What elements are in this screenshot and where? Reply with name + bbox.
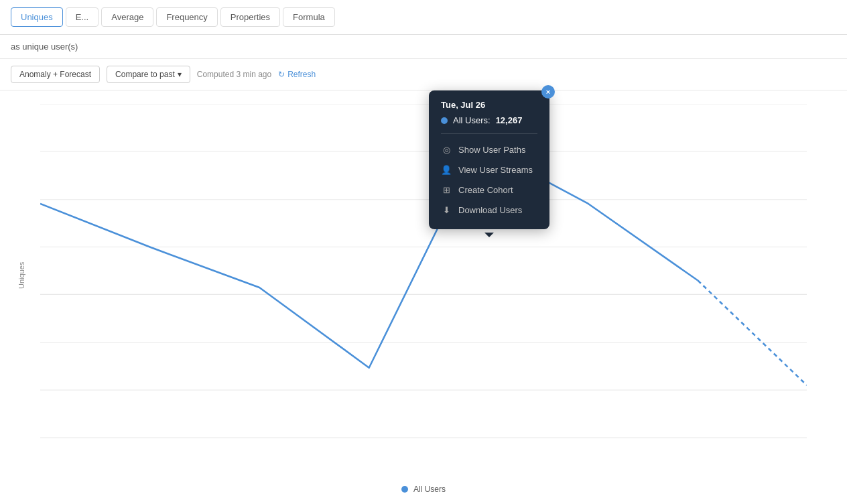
tab-frequency[interactable]: Frequency [156,7,217,27]
tooltip-menu-item-download-users[interactable]: ⬇Download Users [441,200,537,220]
subtitle-text: as unique user(s) [11,42,78,52]
tooltip-popup: × Tue, Jul 26 All Users: 12,267 ◎Show Us… [429,90,549,229]
download-users-icon: ⬇ [441,204,452,215]
download-users-label: Download Users [458,205,522,215]
tab-formula[interactable]: Formula [283,7,335,27]
show-user-paths-label: Show User Paths [458,145,525,155]
tooltip-value: 12,267 [496,115,523,125]
chart-area: Uniques 14k 12k 10k 8k 6k 4k 2k 0 Jul 22… [0,90,847,479]
refresh-icon: ↻ [278,70,285,79]
view-user-streams-icon: 👤 [441,164,452,175]
tooltip-menu-item-create-cohort[interactable]: ⊞Create Cohort [441,180,537,200]
tab-average[interactable]: Average [101,7,153,27]
tab-properties[interactable]: Properties [220,7,280,27]
tooltip-value-row: All Users: 12,267 [441,115,537,125]
show-user-paths-icon: ◎ [441,144,452,155]
tooltip-menu-item-view-user-streams[interactable]: 👤View User Streams [441,160,537,180]
svg-line-16 [698,281,807,385]
tooltip-date: Tue, Jul 26 [441,100,537,110]
tooltip-menu: ◎Show User Paths👤View User Streams⊞Creat… [441,139,537,220]
refresh-button[interactable]: ↻ Refresh [278,70,316,79]
legend-dot-icon [401,486,408,493]
tab-event[interactable]: E... [66,7,99,27]
tab-bar: Uniques E... Average Frequency Propertie… [0,0,847,35]
tooltip-close-button[interactable]: × [541,85,555,99]
tooltip-value-label: All Users: [453,115,491,125]
tooltip-divider [441,133,537,134]
chart-legend: All Users [0,479,847,504]
anomaly-forecast-button[interactable]: Anomaly + Forecast [11,66,100,83]
y-axis-label: Uniques [17,262,25,289]
tooltip-dot-icon [441,117,448,124]
view-user-streams-label: View User Streams [458,165,533,175]
legend-label: All Users [413,485,446,494]
computed-text: Computed 3 min ago [197,70,271,79]
compare-to-past-button[interactable]: Compare to past ▾ [107,66,190,83]
compare-arrow-icon: ▾ [178,70,182,79]
chart-svg: 14k 12k 10k 8k 6k 4k 2k 0 Jul 22 Jul 23 … [40,104,807,439]
controls-bar: Anomaly + Forecast Compare to past ▾ Com… [0,59,847,90]
create-cohort-label: Create Cohort [458,185,513,195]
tooltip-menu-item-show-user-paths[interactable]: ◎Show User Paths [441,139,537,160]
refresh-label: Refresh [287,70,316,79]
tab-uniques[interactable]: Uniques [11,7,63,27]
subtitle-bar: as unique user(s) [0,35,847,59]
create-cohort-icon: ⊞ [441,184,452,195]
compare-label: Compare to past [115,70,175,79]
